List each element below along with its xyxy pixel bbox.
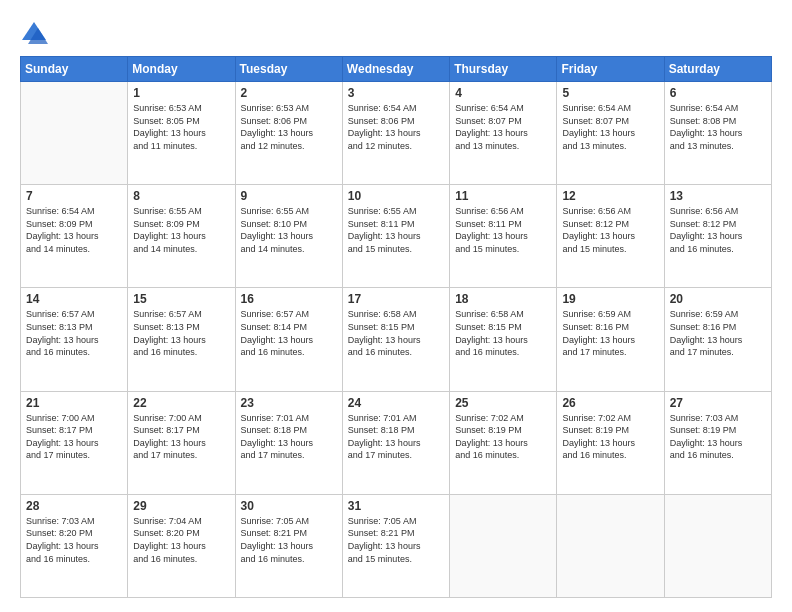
calendar-cell: 16Sunrise: 6:57 AM Sunset: 8:14 PM Dayli… (235, 288, 342, 391)
day-number: 29 (133, 499, 229, 513)
day-number: 13 (670, 189, 766, 203)
day-info: Sunrise: 7:04 AM Sunset: 8:20 PM Dayligh… (133, 515, 229, 565)
page: SundayMondayTuesdayWednesdayThursdayFrid… (0, 0, 792, 612)
calendar-cell (557, 494, 664, 597)
day-info: Sunrise: 7:00 AM Sunset: 8:17 PM Dayligh… (133, 412, 229, 462)
day-number: 26 (562, 396, 658, 410)
day-info: Sunrise: 6:56 AM Sunset: 8:11 PM Dayligh… (455, 205, 551, 255)
day-number: 25 (455, 396, 551, 410)
logo (20, 18, 52, 46)
day-number: 17 (348, 292, 444, 306)
day-number: 16 (241, 292, 337, 306)
calendar-cell: 6Sunrise: 6:54 AM Sunset: 8:08 PM Daylig… (664, 82, 771, 185)
calendar-cell: 5Sunrise: 6:54 AM Sunset: 8:07 PM Daylig… (557, 82, 664, 185)
calendar-cell: 8Sunrise: 6:55 AM Sunset: 8:09 PM Daylig… (128, 185, 235, 288)
day-info: Sunrise: 6:58 AM Sunset: 8:15 PM Dayligh… (455, 308, 551, 358)
day-info: Sunrise: 6:57 AM Sunset: 8:14 PM Dayligh… (241, 308, 337, 358)
day-number: 2 (241, 86, 337, 100)
day-number: 9 (241, 189, 337, 203)
calendar-table: SundayMondayTuesdayWednesdayThursdayFrid… (20, 56, 772, 598)
calendar-cell: 22Sunrise: 7:00 AM Sunset: 8:17 PM Dayli… (128, 391, 235, 494)
calendar-cell: 14Sunrise: 6:57 AM Sunset: 8:13 PM Dayli… (21, 288, 128, 391)
header (20, 18, 772, 46)
logo-icon (20, 18, 48, 46)
weekday-header-friday: Friday (557, 57, 664, 82)
calendar-cell: 18Sunrise: 6:58 AM Sunset: 8:15 PM Dayli… (450, 288, 557, 391)
calendar-cell: 26Sunrise: 7:02 AM Sunset: 8:19 PM Dayli… (557, 391, 664, 494)
week-row-4: 21Sunrise: 7:00 AM Sunset: 8:17 PM Dayli… (21, 391, 772, 494)
day-number: 15 (133, 292, 229, 306)
day-number: 1 (133, 86, 229, 100)
weekday-header-monday: Monday (128, 57, 235, 82)
calendar-cell: 12Sunrise: 6:56 AM Sunset: 8:12 PM Dayli… (557, 185, 664, 288)
calendar-cell (664, 494, 771, 597)
day-number: 30 (241, 499, 337, 513)
day-info: Sunrise: 6:57 AM Sunset: 8:13 PM Dayligh… (26, 308, 122, 358)
day-number: 23 (241, 396, 337, 410)
day-number: 4 (455, 86, 551, 100)
day-number: 24 (348, 396, 444, 410)
calendar-cell (21, 82, 128, 185)
day-info: Sunrise: 6:59 AM Sunset: 8:16 PM Dayligh… (670, 308, 766, 358)
day-info: Sunrise: 7:05 AM Sunset: 8:21 PM Dayligh… (241, 515, 337, 565)
week-row-2: 7Sunrise: 6:54 AM Sunset: 8:09 PM Daylig… (21, 185, 772, 288)
day-info: Sunrise: 7:02 AM Sunset: 8:19 PM Dayligh… (562, 412, 658, 462)
day-info: Sunrise: 6:58 AM Sunset: 8:15 PM Dayligh… (348, 308, 444, 358)
day-number: 6 (670, 86, 766, 100)
calendar-cell: 31Sunrise: 7:05 AM Sunset: 8:21 PM Dayli… (342, 494, 449, 597)
day-info: Sunrise: 6:54 AM Sunset: 8:06 PM Dayligh… (348, 102, 444, 152)
week-row-1: 1Sunrise: 6:53 AM Sunset: 8:05 PM Daylig… (21, 82, 772, 185)
day-info: Sunrise: 6:54 AM Sunset: 8:07 PM Dayligh… (562, 102, 658, 152)
calendar-cell: 3Sunrise: 6:54 AM Sunset: 8:06 PM Daylig… (342, 82, 449, 185)
calendar-cell: 7Sunrise: 6:54 AM Sunset: 8:09 PM Daylig… (21, 185, 128, 288)
day-info: Sunrise: 6:56 AM Sunset: 8:12 PM Dayligh… (670, 205, 766, 255)
day-info: Sunrise: 7:00 AM Sunset: 8:17 PM Dayligh… (26, 412, 122, 462)
day-info: Sunrise: 7:02 AM Sunset: 8:19 PM Dayligh… (455, 412, 551, 462)
day-number: 27 (670, 396, 766, 410)
calendar-cell: 9Sunrise: 6:55 AM Sunset: 8:10 PM Daylig… (235, 185, 342, 288)
day-info: Sunrise: 7:01 AM Sunset: 8:18 PM Dayligh… (241, 412, 337, 462)
day-number: 14 (26, 292, 122, 306)
day-number: 22 (133, 396, 229, 410)
calendar-cell: 19Sunrise: 6:59 AM Sunset: 8:16 PM Dayli… (557, 288, 664, 391)
day-number: 7 (26, 189, 122, 203)
week-row-3: 14Sunrise: 6:57 AM Sunset: 8:13 PM Dayli… (21, 288, 772, 391)
day-number: 28 (26, 499, 122, 513)
day-info: Sunrise: 6:57 AM Sunset: 8:13 PM Dayligh… (133, 308, 229, 358)
weekday-header-row: SundayMondayTuesdayWednesdayThursdayFrid… (21, 57, 772, 82)
week-row-5: 28Sunrise: 7:03 AM Sunset: 8:20 PM Dayli… (21, 494, 772, 597)
day-info: Sunrise: 6:55 AM Sunset: 8:10 PM Dayligh… (241, 205, 337, 255)
calendar-cell: 1Sunrise: 6:53 AM Sunset: 8:05 PM Daylig… (128, 82, 235, 185)
day-info: Sunrise: 6:54 AM Sunset: 8:09 PM Dayligh… (26, 205, 122, 255)
calendar-cell: 11Sunrise: 6:56 AM Sunset: 8:11 PM Dayli… (450, 185, 557, 288)
calendar-cell: 24Sunrise: 7:01 AM Sunset: 8:18 PM Dayli… (342, 391, 449, 494)
calendar-cell: 28Sunrise: 7:03 AM Sunset: 8:20 PM Dayli… (21, 494, 128, 597)
day-info: Sunrise: 6:56 AM Sunset: 8:12 PM Dayligh… (562, 205, 658, 255)
calendar-cell: 27Sunrise: 7:03 AM Sunset: 8:19 PM Dayli… (664, 391, 771, 494)
day-info: Sunrise: 6:54 AM Sunset: 8:08 PM Dayligh… (670, 102, 766, 152)
calendar-cell: 20Sunrise: 6:59 AM Sunset: 8:16 PM Dayli… (664, 288, 771, 391)
calendar-cell: 10Sunrise: 6:55 AM Sunset: 8:11 PM Dayli… (342, 185, 449, 288)
day-number: 8 (133, 189, 229, 203)
weekday-header-wednesday: Wednesday (342, 57, 449, 82)
day-number: 31 (348, 499, 444, 513)
calendar-cell: 25Sunrise: 7:02 AM Sunset: 8:19 PM Dayli… (450, 391, 557, 494)
calendar-cell: 30Sunrise: 7:05 AM Sunset: 8:21 PM Dayli… (235, 494, 342, 597)
weekday-header-sunday: Sunday (21, 57, 128, 82)
calendar-cell: 21Sunrise: 7:00 AM Sunset: 8:17 PM Dayli… (21, 391, 128, 494)
calendar-cell: 15Sunrise: 6:57 AM Sunset: 8:13 PM Dayli… (128, 288, 235, 391)
day-number: 10 (348, 189, 444, 203)
day-number: 5 (562, 86, 658, 100)
weekday-header-tuesday: Tuesday (235, 57, 342, 82)
weekday-header-thursday: Thursday (450, 57, 557, 82)
day-number: 11 (455, 189, 551, 203)
day-info: Sunrise: 6:53 AM Sunset: 8:05 PM Dayligh… (133, 102, 229, 152)
day-number: 20 (670, 292, 766, 306)
day-number: 18 (455, 292, 551, 306)
calendar-cell: 2Sunrise: 6:53 AM Sunset: 8:06 PM Daylig… (235, 82, 342, 185)
calendar-cell: 4Sunrise: 6:54 AM Sunset: 8:07 PM Daylig… (450, 82, 557, 185)
calendar-cell: 17Sunrise: 6:58 AM Sunset: 8:15 PM Dayli… (342, 288, 449, 391)
day-info: Sunrise: 6:54 AM Sunset: 8:07 PM Dayligh… (455, 102, 551, 152)
calendar-cell: 23Sunrise: 7:01 AM Sunset: 8:18 PM Dayli… (235, 391, 342, 494)
day-number: 21 (26, 396, 122, 410)
